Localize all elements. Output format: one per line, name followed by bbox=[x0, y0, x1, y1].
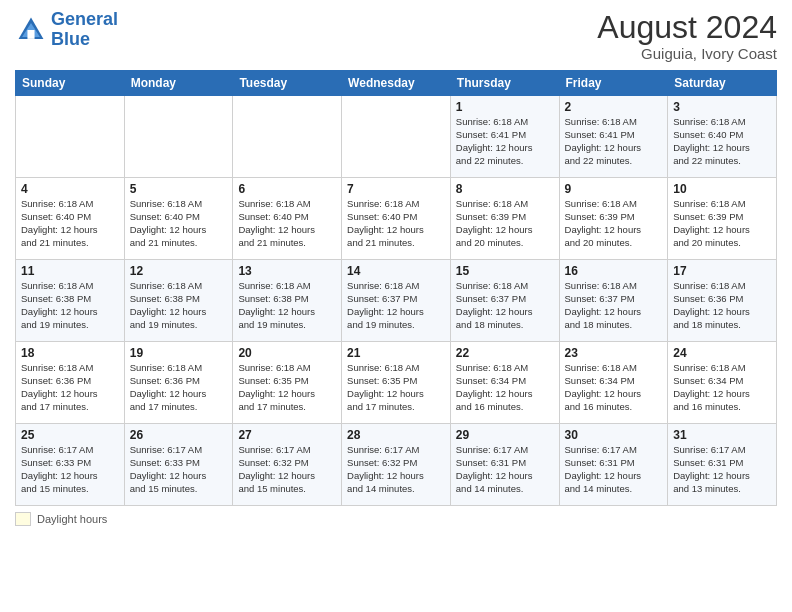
weekday-header-row: Sunday Monday Tuesday Wednesday Thursday… bbox=[16, 71, 777, 96]
day-number: 19 bbox=[130, 346, 228, 360]
calendar-cell bbox=[16, 96, 125, 178]
logo-line1: General bbox=[51, 9, 118, 29]
calendar-cell: 31Sunrise: 6:17 AM Sunset: 6:31 PM Dayli… bbox=[668, 424, 777, 506]
day-number: 15 bbox=[456, 264, 554, 278]
calendar-week-row: 25Sunrise: 6:17 AM Sunset: 6:33 PM Dayli… bbox=[16, 424, 777, 506]
calendar-body: 1Sunrise: 6:18 AM Sunset: 6:41 PM Daylig… bbox=[16, 96, 777, 506]
calendar-table: Sunday Monday Tuesday Wednesday Thursday… bbox=[15, 70, 777, 506]
calendar-cell bbox=[233, 96, 342, 178]
day-number: 10 bbox=[673, 182, 771, 196]
day-info: Sunrise: 6:18 AM Sunset: 6:39 PM Dayligh… bbox=[565, 198, 663, 249]
title-area: August 2024 Guiguia, Ivory Coast bbox=[597, 10, 777, 62]
calendar-cell: 3Sunrise: 6:18 AM Sunset: 6:40 PM Daylig… bbox=[668, 96, 777, 178]
calendar-week-row: 4Sunrise: 6:18 AM Sunset: 6:40 PM Daylig… bbox=[16, 178, 777, 260]
calendar-cell: 6Sunrise: 6:18 AM Sunset: 6:40 PM Daylig… bbox=[233, 178, 342, 260]
calendar-cell: 5Sunrise: 6:18 AM Sunset: 6:40 PM Daylig… bbox=[124, 178, 233, 260]
calendar-cell: 26Sunrise: 6:17 AM Sunset: 6:33 PM Dayli… bbox=[124, 424, 233, 506]
day-number: 27 bbox=[238, 428, 336, 442]
calendar-cell: 15Sunrise: 6:18 AM Sunset: 6:37 PM Dayli… bbox=[450, 260, 559, 342]
calendar-week-row: 1Sunrise: 6:18 AM Sunset: 6:41 PM Daylig… bbox=[16, 96, 777, 178]
calendar-cell bbox=[342, 96, 451, 178]
day-info: Sunrise: 6:18 AM Sunset: 6:40 PM Dayligh… bbox=[21, 198, 119, 249]
weekday-saturday: Saturday bbox=[668, 71, 777, 96]
footer-legend: Daylight hours bbox=[15, 512, 777, 526]
weekday-wednesday: Wednesday bbox=[342, 71, 451, 96]
day-number: 26 bbox=[130, 428, 228, 442]
day-number: 9 bbox=[565, 182, 663, 196]
day-number: 29 bbox=[456, 428, 554, 442]
day-number: 18 bbox=[21, 346, 119, 360]
logo-line2: Blue bbox=[51, 29, 90, 49]
calendar-cell: 13Sunrise: 6:18 AM Sunset: 6:38 PM Dayli… bbox=[233, 260, 342, 342]
calendar-cell: 25Sunrise: 6:17 AM Sunset: 6:33 PM Dayli… bbox=[16, 424, 125, 506]
day-info: Sunrise: 6:18 AM Sunset: 6:35 PM Dayligh… bbox=[347, 362, 445, 413]
calendar-cell: 24Sunrise: 6:18 AM Sunset: 6:34 PM Dayli… bbox=[668, 342, 777, 424]
weekday-sunday: Sunday bbox=[16, 71, 125, 96]
month-title: August 2024 bbox=[597, 10, 777, 45]
day-number: 13 bbox=[238, 264, 336, 278]
day-info: Sunrise: 6:18 AM Sunset: 6:41 PM Dayligh… bbox=[456, 116, 554, 167]
legend-label: Daylight hours bbox=[37, 513, 107, 525]
calendar-cell: 19Sunrise: 6:18 AM Sunset: 6:36 PM Dayli… bbox=[124, 342, 233, 424]
location: Guiguia, Ivory Coast bbox=[597, 45, 777, 62]
calendar-cell bbox=[124, 96, 233, 178]
svg-rect-2 bbox=[27, 30, 34, 39]
day-number: 22 bbox=[456, 346, 554, 360]
day-info: Sunrise: 6:18 AM Sunset: 6:36 PM Dayligh… bbox=[673, 280, 771, 331]
calendar-cell: 22Sunrise: 6:18 AM Sunset: 6:34 PM Dayli… bbox=[450, 342, 559, 424]
legend-icon bbox=[15, 512, 31, 526]
day-info: Sunrise: 6:18 AM Sunset: 6:40 PM Dayligh… bbox=[130, 198, 228, 249]
weekday-monday: Monday bbox=[124, 71, 233, 96]
day-number: 30 bbox=[565, 428, 663, 442]
day-info: Sunrise: 6:17 AM Sunset: 6:33 PM Dayligh… bbox=[21, 444, 119, 495]
page: General Blue August 2024 Guiguia, Ivory … bbox=[0, 0, 792, 612]
calendar-cell: 29Sunrise: 6:17 AM Sunset: 6:31 PM Dayli… bbox=[450, 424, 559, 506]
day-info: Sunrise: 6:17 AM Sunset: 6:31 PM Dayligh… bbox=[456, 444, 554, 495]
day-number: 17 bbox=[673, 264, 771, 278]
calendar-cell: 27Sunrise: 6:17 AM Sunset: 6:32 PM Dayli… bbox=[233, 424, 342, 506]
calendar-cell: 23Sunrise: 6:18 AM Sunset: 6:34 PM Dayli… bbox=[559, 342, 668, 424]
calendar-header: Sunday Monday Tuesday Wednesday Thursday… bbox=[16, 71, 777, 96]
logo-icon bbox=[15, 14, 47, 46]
calendar-cell: 18Sunrise: 6:18 AM Sunset: 6:36 PM Dayli… bbox=[16, 342, 125, 424]
calendar-cell: 28Sunrise: 6:17 AM Sunset: 6:32 PM Dayli… bbox=[342, 424, 451, 506]
day-info: Sunrise: 6:18 AM Sunset: 6:38 PM Dayligh… bbox=[238, 280, 336, 331]
calendar-cell: 17Sunrise: 6:18 AM Sunset: 6:36 PM Dayli… bbox=[668, 260, 777, 342]
weekday-tuesday: Tuesday bbox=[233, 71, 342, 96]
day-info: Sunrise: 6:18 AM Sunset: 6:34 PM Dayligh… bbox=[565, 362, 663, 413]
day-number: 14 bbox=[347, 264, 445, 278]
day-info: Sunrise: 6:18 AM Sunset: 6:36 PM Dayligh… bbox=[130, 362, 228, 413]
day-number: 3 bbox=[673, 100, 771, 114]
day-info: Sunrise: 6:18 AM Sunset: 6:37 PM Dayligh… bbox=[347, 280, 445, 331]
day-info: Sunrise: 6:18 AM Sunset: 6:34 PM Dayligh… bbox=[456, 362, 554, 413]
calendar-cell: 11Sunrise: 6:18 AM Sunset: 6:38 PM Dayli… bbox=[16, 260, 125, 342]
logo-text: General Blue bbox=[51, 10, 118, 50]
calendar-cell: 1Sunrise: 6:18 AM Sunset: 6:41 PM Daylig… bbox=[450, 96, 559, 178]
calendar-cell: 4Sunrise: 6:18 AM Sunset: 6:40 PM Daylig… bbox=[16, 178, 125, 260]
day-info: Sunrise: 6:18 AM Sunset: 6:39 PM Dayligh… bbox=[673, 198, 771, 249]
calendar-cell: 9Sunrise: 6:18 AM Sunset: 6:39 PM Daylig… bbox=[559, 178, 668, 260]
day-info: Sunrise: 6:17 AM Sunset: 6:32 PM Dayligh… bbox=[347, 444, 445, 495]
day-number: 24 bbox=[673, 346, 771, 360]
day-info: Sunrise: 6:17 AM Sunset: 6:32 PM Dayligh… bbox=[238, 444, 336, 495]
calendar-cell: 21Sunrise: 6:18 AM Sunset: 6:35 PM Dayli… bbox=[342, 342, 451, 424]
day-number: 25 bbox=[21, 428, 119, 442]
day-number: 4 bbox=[21, 182, 119, 196]
day-number: 12 bbox=[130, 264, 228, 278]
day-number: 21 bbox=[347, 346, 445, 360]
day-info: Sunrise: 6:18 AM Sunset: 6:36 PM Dayligh… bbox=[21, 362, 119, 413]
day-number: 6 bbox=[238, 182, 336, 196]
weekday-friday: Friday bbox=[559, 71, 668, 96]
day-number: 23 bbox=[565, 346, 663, 360]
logo: General Blue bbox=[15, 10, 118, 50]
weekday-thursday: Thursday bbox=[450, 71, 559, 96]
day-info: Sunrise: 6:18 AM Sunset: 6:38 PM Dayligh… bbox=[130, 280, 228, 331]
day-number: 7 bbox=[347, 182, 445, 196]
calendar-week-row: 18Sunrise: 6:18 AM Sunset: 6:36 PM Dayli… bbox=[16, 342, 777, 424]
calendar-cell: 8Sunrise: 6:18 AM Sunset: 6:39 PM Daylig… bbox=[450, 178, 559, 260]
day-info: Sunrise: 6:17 AM Sunset: 6:33 PM Dayligh… bbox=[130, 444, 228, 495]
day-info: Sunrise: 6:18 AM Sunset: 6:38 PM Dayligh… bbox=[21, 280, 119, 331]
day-info: Sunrise: 6:18 AM Sunset: 6:41 PM Dayligh… bbox=[565, 116, 663, 167]
day-info: Sunrise: 6:18 AM Sunset: 6:39 PM Dayligh… bbox=[456, 198, 554, 249]
day-number: 8 bbox=[456, 182, 554, 196]
